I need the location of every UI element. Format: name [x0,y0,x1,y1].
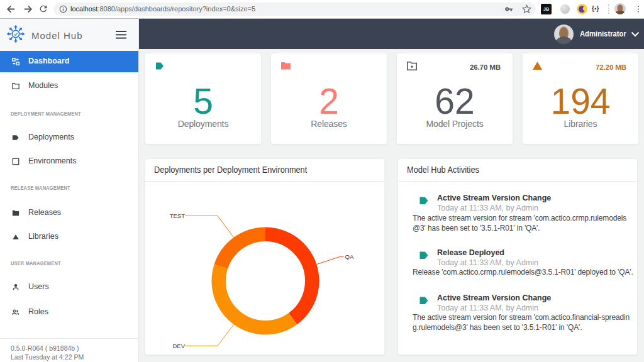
svg-text:QA: QA [345,253,354,260]
svg-text:TEST: TEST [170,212,185,219]
svg-text:DEV: DEV [172,343,185,349]
